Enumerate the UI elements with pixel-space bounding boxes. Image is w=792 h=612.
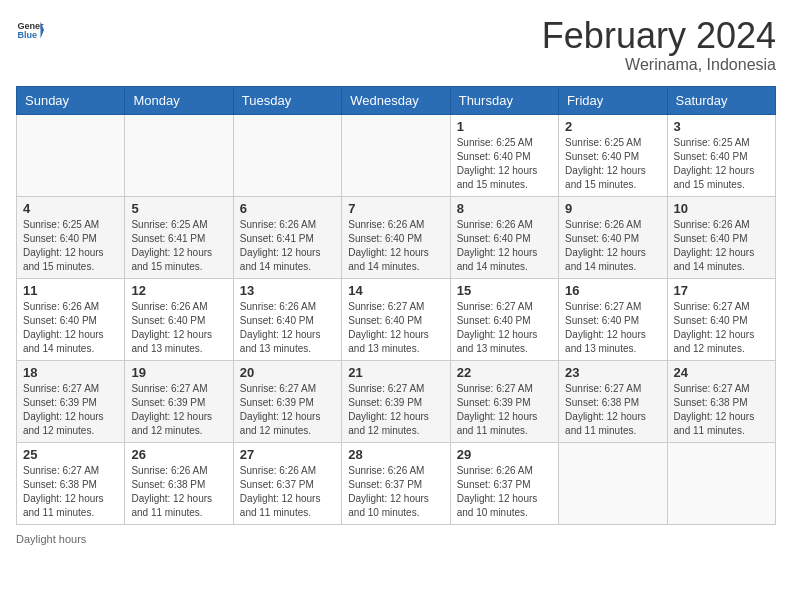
svg-text:Blue: Blue [17,30,37,40]
day-number: 11 [23,283,118,298]
day-number: 20 [240,365,335,380]
day-number: 10 [674,201,769,216]
day-info: Sunrise: 6:25 AM Sunset: 6:40 PM Dayligh… [457,136,552,192]
day-number: 14 [348,283,443,298]
day-number: 12 [131,283,226,298]
day-number: 15 [457,283,552,298]
day-header-saturday: Saturday [667,86,775,114]
day-number: 29 [457,447,552,462]
calendar-cell: 29Sunrise: 6:26 AM Sunset: 6:37 PM Dayli… [450,442,558,524]
day-info: Sunrise: 6:27 AM Sunset: 6:39 PM Dayligh… [457,382,552,438]
day-header-monday: Monday [125,86,233,114]
calendar-cell: 27Sunrise: 6:26 AM Sunset: 6:37 PM Dayli… [233,442,341,524]
calendar-cell: 26Sunrise: 6:26 AM Sunset: 6:38 PM Dayli… [125,442,233,524]
day-number: 7 [348,201,443,216]
calendar-cell: 22Sunrise: 6:27 AM Sunset: 6:39 PM Dayli… [450,360,558,442]
calendar-cell: 13Sunrise: 6:26 AM Sunset: 6:40 PM Dayli… [233,278,341,360]
week-row-4: 18Sunrise: 6:27 AM Sunset: 6:39 PM Dayli… [17,360,776,442]
day-header-tuesday: Tuesday [233,86,341,114]
day-number: 19 [131,365,226,380]
calendar-cell: 6Sunrise: 6:26 AM Sunset: 6:41 PM Daylig… [233,196,341,278]
calendar-cell: 15Sunrise: 6:27 AM Sunset: 6:40 PM Dayli… [450,278,558,360]
calendar-cell: 20Sunrise: 6:27 AM Sunset: 6:39 PM Dayli… [233,360,341,442]
calendar-cell: 17Sunrise: 6:27 AM Sunset: 6:40 PM Dayli… [667,278,775,360]
day-info: Sunrise: 6:26 AM Sunset: 6:40 PM Dayligh… [457,218,552,274]
calendar-cell: 7Sunrise: 6:26 AM Sunset: 6:40 PM Daylig… [342,196,450,278]
day-info: Sunrise: 6:25 AM Sunset: 6:40 PM Dayligh… [23,218,118,274]
day-info: Sunrise: 6:26 AM Sunset: 6:37 PM Dayligh… [348,464,443,520]
day-number: 17 [674,283,769,298]
calendar-cell: 1Sunrise: 6:25 AM Sunset: 6:40 PM Daylig… [450,114,558,196]
calendar-cell [17,114,125,196]
calendar-cell: 21Sunrise: 6:27 AM Sunset: 6:39 PM Dayli… [342,360,450,442]
day-info: Sunrise: 6:26 AM Sunset: 6:40 PM Dayligh… [348,218,443,274]
day-info: Sunrise: 6:27 AM Sunset: 6:40 PM Dayligh… [457,300,552,356]
svg-text:General: General [17,21,44,31]
calendar-cell: 4Sunrise: 6:25 AM Sunset: 6:40 PM Daylig… [17,196,125,278]
day-info: Sunrise: 6:25 AM Sunset: 6:41 PM Dayligh… [131,218,226,274]
calendar-cell: 16Sunrise: 6:27 AM Sunset: 6:40 PM Dayli… [559,278,667,360]
calendar-cell [125,114,233,196]
day-header-row: SundayMondayTuesdayWednesdayThursdayFrid… [17,86,776,114]
day-number: 8 [457,201,552,216]
day-info: Sunrise: 6:26 AM Sunset: 6:40 PM Dayligh… [23,300,118,356]
day-info: Sunrise: 6:27 AM Sunset: 6:40 PM Dayligh… [565,300,660,356]
day-info: Sunrise: 6:26 AM Sunset: 6:40 PM Dayligh… [565,218,660,274]
calendar-cell: 3Sunrise: 6:25 AM Sunset: 6:40 PM Daylig… [667,114,775,196]
day-number: 9 [565,201,660,216]
day-number: 24 [674,365,769,380]
day-number: 6 [240,201,335,216]
logo: General Blue [16,16,44,44]
footer-note: Daylight hours [16,533,776,545]
day-info: Sunrise: 6:26 AM Sunset: 6:40 PM Dayligh… [674,218,769,274]
day-number: 4 [23,201,118,216]
day-info: Sunrise: 6:27 AM Sunset: 6:39 PM Dayligh… [23,382,118,438]
calendar-cell: 28Sunrise: 6:26 AM Sunset: 6:37 PM Dayli… [342,442,450,524]
logo-icon: General Blue [16,16,44,44]
day-number: 26 [131,447,226,462]
day-info: Sunrise: 6:27 AM Sunset: 6:40 PM Dayligh… [348,300,443,356]
day-number: 1 [457,119,552,134]
title-section: February 2024 Werinama, Indonesia [542,16,776,74]
calendar-cell: 14Sunrise: 6:27 AM Sunset: 6:40 PM Dayli… [342,278,450,360]
day-number: 25 [23,447,118,462]
day-number: 5 [131,201,226,216]
calendar-subtitle: Werinama, Indonesia [542,56,776,74]
day-info: Sunrise: 6:26 AM Sunset: 6:40 PM Dayligh… [131,300,226,356]
calendar-cell: 18Sunrise: 6:27 AM Sunset: 6:39 PM Dayli… [17,360,125,442]
day-info: Sunrise: 6:27 AM Sunset: 6:39 PM Dayligh… [240,382,335,438]
calendar-cell: 19Sunrise: 6:27 AM Sunset: 6:39 PM Dayli… [125,360,233,442]
calendar-cell: 10Sunrise: 6:26 AM Sunset: 6:40 PM Dayli… [667,196,775,278]
calendar-cell: 23Sunrise: 6:27 AM Sunset: 6:38 PM Dayli… [559,360,667,442]
day-header-friday: Friday [559,86,667,114]
week-row-5: 25Sunrise: 6:27 AM Sunset: 6:38 PM Dayli… [17,442,776,524]
day-info: Sunrise: 6:26 AM Sunset: 6:38 PM Dayligh… [131,464,226,520]
day-info: Sunrise: 6:27 AM Sunset: 6:39 PM Dayligh… [131,382,226,438]
day-number: 2 [565,119,660,134]
page-header: General Blue February 2024 Werinama, Ind… [16,16,776,74]
week-row-1: 1Sunrise: 6:25 AM Sunset: 6:40 PM Daylig… [17,114,776,196]
day-info: Sunrise: 6:26 AM Sunset: 6:41 PM Dayligh… [240,218,335,274]
day-number: 16 [565,283,660,298]
calendar-cell: 25Sunrise: 6:27 AM Sunset: 6:38 PM Dayli… [17,442,125,524]
day-info: Sunrise: 6:25 AM Sunset: 6:40 PM Dayligh… [565,136,660,192]
calendar-cell: 8Sunrise: 6:26 AM Sunset: 6:40 PM Daylig… [450,196,558,278]
day-info: Sunrise: 6:26 AM Sunset: 6:37 PM Dayligh… [240,464,335,520]
day-info: Sunrise: 6:26 AM Sunset: 6:37 PM Dayligh… [457,464,552,520]
day-number: 23 [565,365,660,380]
day-number: 21 [348,365,443,380]
day-info: Sunrise: 6:26 AM Sunset: 6:40 PM Dayligh… [240,300,335,356]
day-header-sunday: Sunday [17,86,125,114]
calendar-cell: 9Sunrise: 6:26 AM Sunset: 6:40 PM Daylig… [559,196,667,278]
calendar-title: February 2024 [542,16,776,56]
week-row-3: 11Sunrise: 6:26 AM Sunset: 6:40 PM Dayli… [17,278,776,360]
day-number: 27 [240,447,335,462]
day-number: 13 [240,283,335,298]
calendar-cell [342,114,450,196]
day-number: 28 [348,447,443,462]
day-number: 18 [23,365,118,380]
day-number: 22 [457,365,552,380]
day-header-wednesday: Wednesday [342,86,450,114]
calendar-cell: 12Sunrise: 6:26 AM Sunset: 6:40 PM Dayli… [125,278,233,360]
day-info: Sunrise: 6:27 AM Sunset: 6:40 PM Dayligh… [674,300,769,356]
